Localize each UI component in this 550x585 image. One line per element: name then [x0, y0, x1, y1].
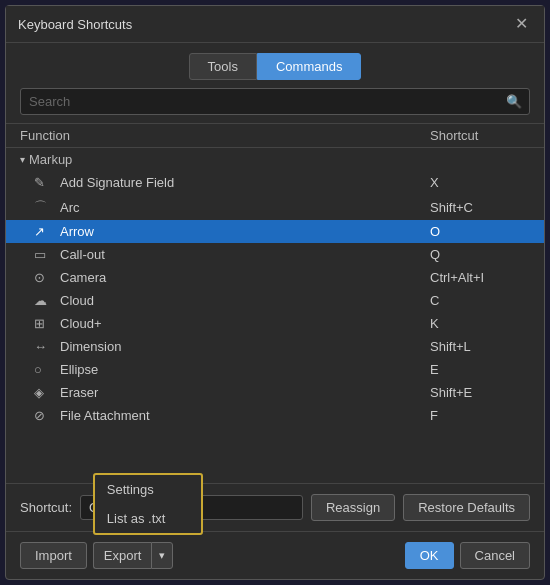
table-row[interactable]: ▭ Call-out Q — [6, 243, 544, 266]
table-row[interactable]: ☁ Cloud C — [6, 289, 544, 312]
reassign-button[interactable]: Reassign — [311, 494, 395, 521]
restore-defaults-button[interactable]: Restore Defaults — [403, 494, 530, 521]
row-name: Cloud — [60, 293, 430, 308]
chevron-down-icon: ▾ — [20, 154, 25, 165]
row-name: Ellipse — [60, 362, 430, 377]
arrow-icon: ↗ — [34, 224, 54, 239]
search-bar: 🔍 — [6, 88, 544, 123]
import-button[interactable]: Import — [20, 542, 87, 569]
keyboard-shortcuts-dialog: Keyboard Shortcuts ✕ Tools Commands 🔍 Fu… — [5, 5, 545, 580]
footer-right: OK Cancel — [405, 542, 530, 569]
ok-button[interactable]: OK — [405, 542, 454, 569]
export-dropdown-toggle[interactable]: ▾ — [151, 542, 173, 569]
search-input-wrap: 🔍 — [20, 88, 530, 115]
row-name: Add Signature Field — [60, 175, 430, 190]
row-shortcut: Ctrl+Alt+I — [430, 270, 530, 285]
export-settings-item[interactable]: Settings — [95, 475, 201, 504]
arc-icon: ⌒ — [34, 198, 54, 216]
export-wrap: Export ▾ Settings List as .txt — [93, 542, 174, 569]
table-row[interactable]: ⊙ Camera Ctrl+Alt+I — [6, 266, 544, 289]
shortcut-bar: Shortcut: Reassign Restore Defaults — [6, 483, 544, 531]
table-body[interactable]: ▾ Markup ✎ Add Signature Field X ⌒ Arc S… — [6, 148, 544, 483]
title-bar: Keyboard Shortcuts ✕ — [6, 6, 544, 43]
group-markup-header[interactable]: ▾ Markup — [6, 148, 544, 171]
ellipse-icon: ○ — [34, 362, 54, 377]
dialog-title: Keyboard Shortcuts — [18, 17, 132, 32]
row-shortcut: Shift+E — [430, 385, 530, 400]
footer-left: Import Export ▾ Settings List as .txt — [20, 542, 173, 569]
table-row[interactable]: ◈ Eraser Shift+E — [6, 381, 544, 404]
col-function-header: Function — [20, 128, 430, 143]
row-name: Dimension — [60, 339, 430, 354]
row-shortcut: Shift+L — [430, 339, 530, 354]
tab-commands[interactable]: Commands — [257, 53, 361, 80]
row-shortcut: C — [430, 293, 530, 308]
export-dropdown: Settings List as .txt — [93, 473, 203, 535]
row-shortcut: Shift+C — [430, 200, 530, 215]
eraser-icon: ◈ — [34, 385, 54, 400]
row-name: Arc — [60, 200, 430, 215]
table-row[interactable]: ✎ Add Signature Field X — [6, 171, 544, 194]
row-shortcut: K — [430, 316, 530, 331]
table-row[interactable]: ⊘ File Attachment F — [6, 404, 544, 427]
camera-icon: ⊙ — [34, 270, 54, 285]
row-name: File Attachment — [60, 408, 430, 423]
footer: Import Export ▾ Settings List as .txt OK… — [6, 531, 544, 579]
callout-icon: ▭ — [34, 247, 54, 262]
table-row[interactable]: ⌒ Arc Shift+C — [6, 194, 544, 220]
tab-bar: Tools Commands — [6, 43, 544, 88]
col-shortcut-header: Shortcut — [430, 128, 530, 143]
table-row[interactable]: ↔ Dimension Shift+L — [6, 335, 544, 358]
export-list-as-txt-item[interactable]: List as .txt — [95, 504, 201, 533]
add-signature-icon: ✎ — [34, 175, 54, 190]
row-shortcut: F — [430, 408, 530, 423]
shortcut-label: Shortcut: — [20, 500, 72, 515]
table-row[interactable]: ⊞ Cloud+ K — [6, 312, 544, 335]
cloud-icon: ☁ — [34, 293, 54, 308]
export-button[interactable]: Export — [93, 542, 152, 569]
row-name: Cloud+ — [60, 316, 430, 331]
table-row[interactable]: ○ Ellipse E — [6, 358, 544, 381]
row-name: Call-out — [60, 247, 430, 262]
row-name: Arrow — [60, 224, 430, 239]
group-markup-label: Markup — [29, 152, 72, 167]
dimension-icon: ↔ — [34, 339, 54, 354]
row-shortcut: Q — [430, 247, 530, 262]
search-icon: 🔍 — [506, 94, 522, 109]
row-name: Eraser — [60, 385, 430, 400]
cancel-button[interactable]: Cancel — [460, 542, 530, 569]
fileattachment-icon: ⊘ — [34, 408, 54, 423]
cloudplus-icon: ⊞ — [34, 316, 54, 331]
row-shortcut: E — [430, 362, 530, 377]
row-shortcut: X — [430, 175, 530, 190]
close-button[interactable]: ✕ — [511, 14, 532, 34]
table-header: Function Shortcut — [6, 123, 544, 148]
table-row[interactable]: ↗ Arrow O — [6, 220, 544, 243]
row-name: Camera — [60, 270, 430, 285]
tab-tools[interactable]: Tools — [189, 53, 257, 80]
search-input[interactable] — [20, 88, 530, 115]
row-shortcut: O — [430, 224, 530, 239]
